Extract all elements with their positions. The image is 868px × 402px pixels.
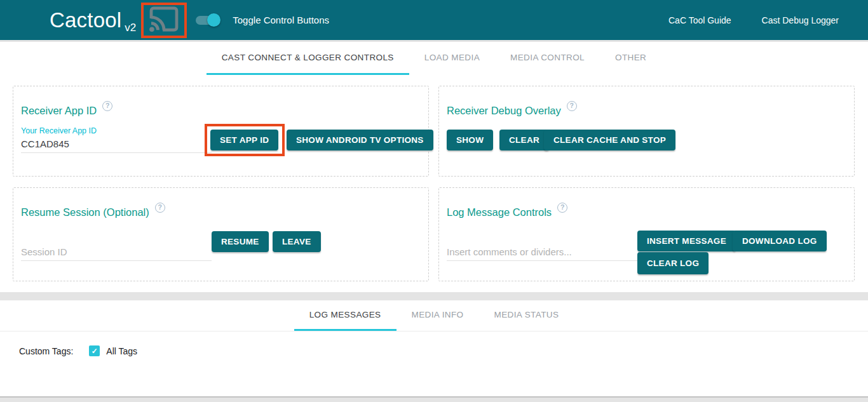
help-icon[interactable]: ? [155, 203, 165, 213]
cast-button-highlight-box[interactable] [141, 3, 187, 38]
toggle-control-buttons-switch[interactable] [196, 16, 219, 25]
tab-media-control[interactable]: MEDIA CONTROL [495, 42, 600, 75]
tab-media-status[interactable]: MEDIA STATUS [479, 300, 574, 331]
tab-other[interactable]: OTHER [600, 42, 661, 75]
link-cac-tool-guide[interactable]: CaC Tool Guide [668, 15, 731, 25]
receiver-debug-overlay-card: Receiver Debug Overlay? SHOW CLEAR CLEAR… [438, 86, 855, 177]
all-tags-checkbox[interactable]: ✓ [89, 345, 100, 356]
check-icon: ✓ [92, 347, 98, 355]
clear-overlay-button[interactable]: CLEAR [499, 130, 549, 151]
receiver-app-id-input-label: Your Receiver App ID [21, 126, 97, 135]
log-tab-bar: LOG MESSAGES MEDIA INFO MEDIA STATUS [0, 300, 868, 332]
receiver-app-id-input[interactable] [21, 138, 212, 153]
help-icon[interactable]: ? [557, 203, 567, 213]
log-output-section: LOG MESSAGES MEDIA INFO MEDIA STATUS Cus… [0, 300, 868, 398]
resume-session-title: Resume Session (Optional)? [21, 204, 165, 218]
toggle-label: Toggle Control Buttons [233, 15, 329, 25]
leave-button[interactable]: LEAVE [273, 231, 321, 252]
tab-cast-connect-logger-controls[interactable]: CAST CONNECT & LOGGER CONTROLS [207, 42, 409, 75]
main-tab-bar: CAST CONNECT & LOGGER CONTROLS LOAD MEDI… [0, 42, 868, 75]
log-message-input[interactable] [447, 246, 637, 261]
link-cast-debug-logger[interactable]: Cast Debug Logger [762, 15, 839, 25]
toggle-knob[interactable] [207, 13, 220, 27]
app-version: v2 [125, 22, 136, 34]
cast-icon[interactable] [149, 6, 179, 34]
clear-log-button[interactable]: CLEAR LOG [637, 252, 709, 274]
help-icon[interactable]: ? [102, 101, 112, 111]
receiver-debug-overlay-title: Receiver Debug Overlay? [447, 103, 577, 117]
show-android-tv-options-button[interactable]: SHOW ANDROID TV OPTIONS [287, 130, 433, 151]
insert-message-button[interactable]: INSERT MESSAGE [637, 231, 736, 251]
all-tags-label: All Tags [106, 346, 137, 356]
custom-tags-row: Custom Tags: ✓ All Tags [0, 345, 868, 356]
session-id-input[interactable] [21, 246, 212, 261]
receiver-app-id-title: Receiver App ID? [21, 103, 112, 117]
tab-log-messages[interactable]: LOG MESSAGES [294, 300, 397, 331]
controls-section: CAST CONNECT & LOGGER CONTROLS LOAD MEDI… [0, 42, 868, 292]
custom-tags-label: Custom Tags: [19, 346, 73, 356]
tab-load-media[interactable]: LOAD MEDIA [409, 42, 495, 75]
app-header: Cactool v2 Toggle Control Buttons CaC To… [0, 0, 868, 40]
app-title: Cactool [50, 8, 121, 32]
set-app-id-button[interactable]: SET APP ID [210, 130, 278, 151]
clear-cache-and-stop-button[interactable]: CLEAR CACHE AND STOP [544, 130, 675, 151]
receiver-app-id-card: Receiver App ID? Your Receiver App ID SE… [13, 86, 429, 177]
show-overlay-button[interactable]: SHOW [447, 130, 493, 151]
tab-media-info[interactable]: MEDIA INFO [397, 300, 479, 331]
log-message-controls-card: Log Message Controls? INSERT MESSAGE DOW… [438, 187, 855, 281]
help-icon[interactable]: ? [567, 101, 577, 111]
resume-button[interactable]: RESUME [212, 231, 269, 252]
download-log-button[interactable]: DOWNLOAD LOG [733, 231, 827, 251]
log-message-controls-title: Log Message Controls? [447, 204, 567, 218]
resume-session-card: Resume Session (Optional)? RESUME LEAVE [13, 187, 429, 281]
